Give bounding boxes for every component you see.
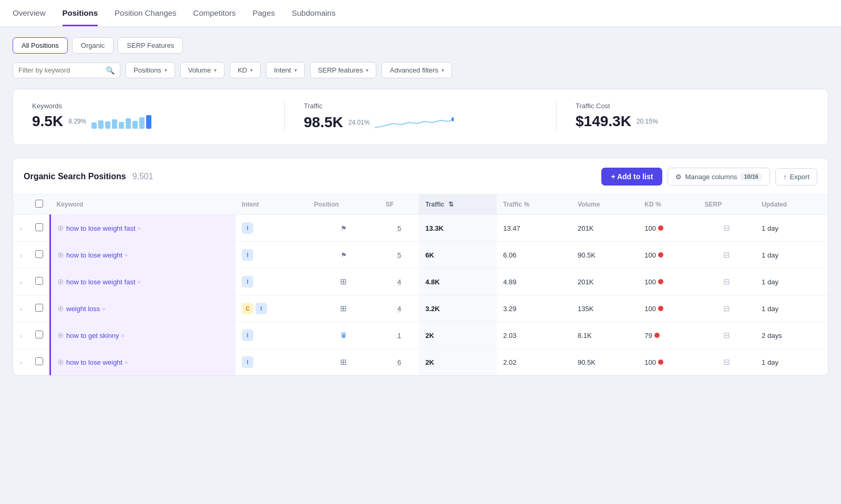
upload-icon: ↑ (783, 173, 787, 181)
nav-subdomains[interactable]: Subdomains (292, 0, 335, 26)
keyword-navigate-icon[interactable]: » (102, 305, 105, 312)
row-checkbox[interactable] (35, 250, 43, 258)
keyword-link[interactable]: ⊕ how to lose weight » (57, 357, 229, 367)
sf-cell: 5 (380, 242, 419, 269)
traffic-pct-cell: 2.03 (497, 322, 571, 349)
search-box[interactable]: 🔍 (13, 63, 120, 78)
col-traffic: Traffic ⇅ (419, 194, 497, 215)
add-to-list-button[interactable]: + Add to list (601, 168, 662, 186)
serp-icon[interactable]: ⊟ (723, 250, 730, 259)
row-checkbox[interactable] (35, 277, 43, 285)
row-checkbox[interactable] (35, 304, 43, 312)
intent-cell: I (235, 242, 307, 269)
select-all-checkbox[interactable] (35, 200, 43, 208)
traffic-pct-cell: 2.02 (497, 349, 571, 376)
table-count: 9,501 (132, 172, 153, 181)
advanced-filters-dropdown[interactable]: Advanced filters ▾ (382, 62, 452, 78)
keyword-link[interactable]: ⊕ how to lose weight fast » (57, 277, 229, 286)
table-row: › ⊕ how to get skinny » I♛12K2.038.1K79⊟… (13, 322, 828, 349)
chevron-down-icon: ▾ (366, 67, 368, 73)
traffic-value: 13.3K (425, 224, 444, 232)
expand-row-arrow[interactable]: › (20, 225, 22, 232)
export-button[interactable]: ↑ Export (775, 168, 817, 186)
table-row: › ⊕ how to lose weight fast » I⊞44.8K4.8… (13, 269, 828, 295)
positions-dropdown[interactable]: Positions ▾ (126, 62, 175, 78)
intent-dropdown[interactable]: Intent ▾ (266, 62, 305, 78)
keyword-cell: ⊕ how to lose weight » (50, 242, 236, 269)
keyword-navigate-icon[interactable]: » (125, 359, 128, 365)
expand-row-arrow[interactable]: › (20, 359, 22, 366)
keyword-link[interactable]: ⊕ weight loss » (57, 304, 229, 313)
nav-positions[interactable]: Positions (63, 0, 98, 26)
nav-overview[interactable]: Overview (13, 0, 46, 26)
table-row: › ⊕ how to lose weight fast » I⚑513.3K13… (13, 215, 828, 242)
updated-cell: 1 day (755, 242, 828, 269)
table-actions: + Add to list ⚙ Manage columns 10/16 ↑ E… (601, 168, 817, 186)
col-checkbox (29, 194, 50, 215)
position-number: 5 (397, 224, 401, 232)
add-keyword-icon[interactable]: ⊕ (57, 277, 64, 286)
keyword-cell: ⊕ how to lose weight fast » (50, 269, 236, 295)
serp-icon[interactable]: ⊟ (723, 331, 730, 340)
nav-competitors[interactable]: Competitors (193, 0, 236, 26)
expand-row-arrow[interactable]: › (20, 252, 22, 259)
add-keyword-icon[interactable]: ⊕ (57, 223, 64, 233)
row-checkbox[interactable] (35, 331, 43, 338)
add-keyword-icon[interactable]: ⊕ (57, 357, 64, 367)
nav-pages[interactable]: Pages (252, 0, 275, 26)
row-checkbox[interactable] (35, 223, 43, 231)
serp-cell: ⊟ (699, 295, 756, 322)
expand-row-arrow[interactable]: › (20, 279, 22, 285)
keyword-link[interactable]: ⊕ how to get skinny » (57, 331, 229, 340)
col-traffic-pct: Traffic % (497, 194, 571, 215)
add-keyword-icon[interactable]: ⊕ (57, 304, 64, 313)
sf-image-icon: ⊞ (340, 357, 347, 366)
keyword-link[interactable]: ⊕ how to lose weight » (57, 250, 229, 260)
keyword-navigate-icon[interactable]: » (125, 252, 128, 258)
serp-icon[interactable]: ⊟ (723, 223, 730, 232)
expand-row-arrow[interactable]: › (20, 333, 22, 339)
volume-cell: 135K (571, 295, 638, 322)
stat-traffic-cost-change: 20.15% (637, 118, 658, 125)
sf-cell: 6 (380, 349, 419, 376)
row-checkbox[interactable] (35, 357, 43, 365)
intent-cell: I (235, 349, 307, 376)
serp-icon[interactable]: ⊟ (723, 277, 730, 286)
sort-icon[interactable]: ⇅ (448, 201, 454, 208)
intent-badge-i: I (242, 276, 253, 287)
keyword-navigate-icon[interactable]: » (138, 279, 141, 285)
position-number: 1 (397, 332, 401, 340)
svg-point-0 (452, 117, 454, 121)
intent-badge-i: I (242, 330, 253, 341)
add-keyword-icon[interactable]: ⊕ (57, 331, 64, 340)
expand-row-arrow[interactable]: › (20, 306, 22, 312)
tab-organic[interactable]: Organic (72, 37, 114, 54)
add-keyword-icon[interactable]: ⊕ (57, 250, 64, 260)
gear-icon: ⚙ (675, 173, 682, 181)
kd-dropdown[interactable]: KD ▾ (230, 62, 261, 78)
traffic-pct-cell: 4.89 (497, 269, 571, 295)
sf-cell: 4 (380, 295, 419, 322)
serp-features-dropdown[interactable]: SERP features ▾ (310, 62, 377, 78)
traffic-pct-cell: 6.06 (497, 242, 571, 269)
tab-all-positions[interactable]: All Positions (13, 37, 68, 54)
stat-traffic-label: Traffic (304, 102, 537, 110)
position-cell: ⚑ (307, 215, 380, 242)
serp-icon[interactable]: ⊟ (723, 304, 730, 313)
manage-columns-button[interactable]: ⚙ Manage columns 10/16 (668, 168, 770, 186)
keyword-link[interactable]: ⊕ how to lose weight fast » (57, 223, 229, 233)
serp-cell: ⊟ (699, 215, 756, 242)
keyword-navigate-icon[interactable]: » (138, 225, 141, 231)
volume-dropdown[interactable]: Volume ▾ (180, 62, 224, 78)
search-input[interactable] (18, 66, 102, 74)
col-updated: Updated (755, 194, 828, 215)
intent-badge-c: C (242, 303, 253, 314)
intent-cell: I (235, 215, 307, 242)
keyword-navigate-icon[interactable]: » (121, 332, 124, 338)
positions-table: Keyword Intent Position SF Traffic ⇅ Tra… (13, 194, 828, 375)
position-cell: ⊞ (307, 269, 380, 295)
tab-serp-features[interactable]: SERP Features (118, 37, 183, 54)
col-kd: KD % (638, 194, 698, 215)
serp-icon[interactable]: ⊟ (723, 357, 730, 366)
nav-position-changes[interactable]: Position Changes (115, 0, 177, 26)
